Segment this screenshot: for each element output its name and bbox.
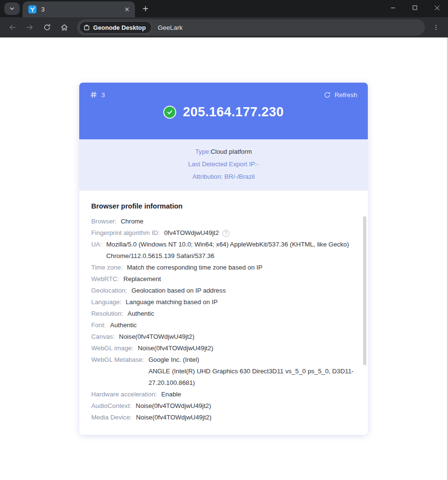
profile-rows: Browser:ChromeFingerprint algorithm ID:0… — [91, 216, 356, 423]
profile-value: 0fv4TOWdjwU49jt2? — [164, 227, 356, 239]
profile-value-line: Chrome — [121, 218, 143, 225]
tab-strip: 3 — [0, 0, 448, 17]
proxy-meta-section: Type:Cloud platformLast Detected Export … — [79, 139, 368, 191]
browser-menu-button[interactable] — [429, 20, 443, 35]
profile-label: WebGL Metabase: — [91, 354, 144, 389]
profile-value-line: Language matching based on IP — [126, 298, 218, 306]
refresh-icon — [324, 91, 331, 98]
profile-value-line: Noise(0fv4TOWdjwU49jt2) — [136, 402, 211, 409]
profile-value: Noise(0fv4TOWdjwU49jt2) — [136, 412, 356, 423]
profile-value: Authentic — [128, 308, 356, 320]
profile-value: Mozilla/5.0 (Windows NT 10.0; Win64; x64… — [106, 239, 356, 262]
profile-value: Match the corresponding time zone based … — [127, 262, 356, 273]
reload-button[interactable] — [39, 20, 55, 35]
profile-label: AudioContext: — [91, 400, 132, 412]
profile-label: Media Device: — [91, 412, 132, 423]
profile-value: Google Inc. (Intel)ANGLE (Intel(R) UHD G… — [148, 354, 356, 389]
home-button[interactable] — [57, 20, 72, 35]
window-close-button[interactable] — [426, 0, 448, 15]
profile-value-line: Enable — [161, 391, 181, 398]
profile-number-label: 3 — [101, 91, 105, 98]
help-icon[interactable]: ? — [222, 230, 230, 237]
chevron-down-icon — [9, 5, 15, 12]
page-content: 3 Refresh 205.164.177.230 — [0, 37, 448, 480]
profile-value: Noise(0fv4TOWdjwU49jt2) — [138, 343, 356, 354]
window-maximize-button[interactable] — [404, 0, 426, 15]
profile-label: Time zone: — [91, 262, 122, 273]
profile-row: Hardware acceleration:Enable — [91, 389, 356, 400]
profile-value-line: 0fv4TOWdjwU49jt2 — [164, 227, 219, 239]
meta-label: Type: — [195, 148, 210, 155]
browser-tab[interactable]: 3 — [23, 1, 135, 17]
back-button[interactable] — [5, 20, 20, 35]
profile-value-line: Noise(0fv4TOWdjwU49jt2) — [138, 345, 213, 352]
section-heading: Browser profile information — [91, 201, 356, 211]
profile-label: WebRTC: — [91, 273, 119, 285]
meta-value: BR/-/Brazil — [223, 173, 255, 180]
profile-value-line: Match the corresponding time zone based … — [127, 264, 262, 271]
profile-value-line: Replacement — [123, 275, 161, 283]
plus-icon — [142, 5, 149, 12]
profile-label: Font: — [91, 320, 106, 331]
profile-value-line: Noise(0fv4TOWdjwU49jt2) — [119, 333, 194, 340]
new-tab-button[interactable] — [139, 2, 152, 15]
profile-value-line: Chrome/112.0.5615.139 Safari/537.36 — [106, 252, 214, 259]
profile-row: Canvas:Noise(0fv4TOWdjwU49jt2) — [91, 331, 356, 343]
profile-label: Canvas: — [91, 331, 115, 343]
tab-favicon-geelark-icon — [28, 5, 36, 13]
forward-arrow-icon — [25, 23, 34, 32]
profile-value-line: Authentic — [110, 321, 136, 329]
profile-row: Language:Language matching based on IP — [91, 296, 356, 308]
profile-row: UA:Mozilla/5.0 (Windows NT 10.0; Win64; … — [91, 239, 356, 262]
profile-value-line: Mozilla/5.0 (Windows NT 10.0; Win64; x64… — [106, 241, 349, 248]
profile-value: Replacement — [123, 273, 356, 285]
forward-button[interactable] — [22, 20, 37, 35]
profile-label: Resolution: — [91, 308, 123, 320]
profile-row: Time zone:Match the corresponding time z… — [91, 262, 356, 273]
profile-value-line: Noise(0fv4TOWdjwU49jt2) — [136, 414, 211, 421]
profile-value-line: 27.20.100.8681) — [148, 379, 195, 386]
tab-search-button[interactable] — [4, 2, 20, 15]
reload-icon — [43, 23, 51, 32]
profile-number: 3 — [90, 91, 105, 98]
profile-row: Media Device:Noise(0fv4TOWdjwU49jt2) — [91, 412, 356, 423]
profile-label: Geolocation: — [91, 285, 127, 296]
kebab-menu-icon — [433, 24, 439, 31]
proxy-meta-row: Type:Cloud platform — [89, 146, 358, 158]
profile-value: Authentic — [110, 320, 356, 331]
profile-label: Language: — [91, 296, 121, 308]
proxy-meta-row: Last Detected Export IP:- — [89, 158, 358, 171]
meta-label: Last Detected Export IP: — [188, 160, 257, 168]
profile-label: WebGL image: — [91, 343, 133, 354]
profile-value: Geolocation based on IP address — [132, 285, 356, 296]
ip-check-success-icon — [163, 106, 176, 119]
window-minimize-button[interactable] — [382, 0, 404, 15]
browser-toolbar: Geonode Desktop GeeLark — [0, 17, 448, 37]
hash-profile-icon — [90, 91, 97, 98]
url-text: GeeLark — [158, 24, 183, 31]
profile-label: Browser: — [91, 216, 116, 227]
browser-profile-section: Browser profile information Browser:Chro… — [79, 191, 368, 435]
profile-row: Resolution:Authentic — [91, 308, 356, 320]
meta-label: Attribution: — [193, 173, 223, 180]
meta-value: - — [257, 160, 259, 168]
profile-label: Fingerprint algorithm ID: — [91, 227, 160, 239]
ip-address: 205.164.177.230 — [183, 105, 284, 120]
tab-title: 3 — [41, 6, 122, 13]
meta-value: Cloud platform — [211, 148, 252, 155]
address-bar[interactable]: Geonode Desktop GeeLark — [77, 19, 425, 36]
tab-close-icon[interactable] — [122, 5, 131, 14]
home-icon — [60, 23, 69, 32]
refresh-button[interactable]: Refresh — [324, 91, 357, 98]
profile-label: UA: — [91, 239, 102, 262]
profile-value: Chrome — [121, 216, 356, 227]
card-scrollbar-thumb[interactable] — [363, 216, 366, 365]
app-badge-label: Geonode Desktop — [93, 24, 146, 31]
profile-label: Hardware acceleration: — [91, 389, 157, 400]
profile-value-line: Geolocation based on IP address — [132, 287, 226, 294]
profile-value: Enable — [161, 389, 356, 400]
profile-row: Geolocation:Geolocation based on IP addr… — [91, 285, 356, 296]
profile-value-line: Google Inc. (Intel) — [148, 356, 199, 363]
app-badge[interactable]: Geonode Desktop — [79, 21, 152, 34]
profile-row: AudioContext:Noise(0fv4TOWdjwU49jt2) — [91, 400, 356, 412]
